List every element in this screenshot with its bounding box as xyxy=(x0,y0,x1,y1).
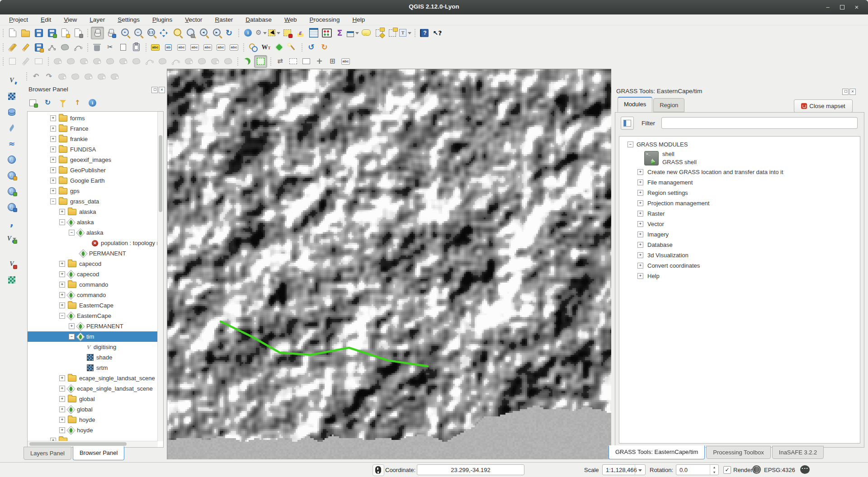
add-virtual-layer[interactable]: V xyxy=(6,258,18,270)
module-group-convert-coordinates[interactable]: +Convert coordinates xyxy=(619,260,860,271)
tree-item-forms[interactable]: +forms xyxy=(28,113,158,123)
tree-expander[interactable]: − xyxy=(59,313,65,319)
composer-manager[interactable] xyxy=(72,27,84,39)
zoom-full-extent[interactable] xyxy=(157,27,170,39)
tree-expander[interactable]: + xyxy=(59,406,65,412)
tree-expander[interactable]: + xyxy=(637,263,643,269)
tree-item-population-topology-r[interactable]: ✕population : topology r xyxy=(28,238,158,248)
menu-web[interactable]: Web xyxy=(278,15,303,24)
tree-expander[interactable]: + xyxy=(59,417,65,423)
new-bookmark[interactable] xyxy=(373,27,385,39)
messages-button[interactable] xyxy=(800,465,810,474)
menu-plugins[interactable]: Plugins xyxy=(146,15,179,24)
node-tool[interactable] xyxy=(72,42,84,53)
dock-float-icon[interactable] xyxy=(842,89,849,95)
menu-help[interactable]: Help xyxy=(346,15,371,24)
select-features-by-rectangle[interactable] xyxy=(268,27,280,39)
add-postgis-layer[interactable] xyxy=(6,106,18,118)
module-group-help[interactable]: +Help xyxy=(619,271,860,281)
tree-item-hoyde[interactable]: +hoyde xyxy=(28,415,158,425)
tree-expander[interactable]: + xyxy=(59,271,65,277)
tree-expander[interactable]: + xyxy=(50,126,56,132)
add-delimited-text-layer[interactable]: , xyxy=(6,217,18,229)
cut-features[interactable]: ✂ xyxy=(104,42,116,53)
module-group-file-management[interactable]: +File management xyxy=(619,177,860,188)
zoom-native-resolution[interactable]: 1:1 xyxy=(144,27,156,39)
tree-item-google-earth[interactable]: +Google Earth xyxy=(28,175,158,186)
tree-item-geoexif-images[interactable]: +geoexif_images xyxy=(28,155,158,165)
tree-expander[interactable]: + xyxy=(59,302,65,308)
plugin-layer-panel[interactable] xyxy=(6,274,18,286)
tree-expander[interactable]: + xyxy=(637,242,643,248)
open-project[interactable] xyxy=(19,27,32,39)
close-mapset-button[interactable]: Close mapset xyxy=(794,99,853,113)
tree-expander[interactable]: + xyxy=(50,157,56,163)
tab-layers-panel[interactable]: Layers Panel xyxy=(24,447,71,460)
zoom-in[interactable]: + xyxy=(118,27,130,39)
close-button[interactable] xyxy=(853,4,861,11)
tab-modules[interactable]: Modules xyxy=(618,97,652,112)
show-hide-pinned-labels[interactable]: abc xyxy=(189,42,201,53)
tree-expander[interactable]: + xyxy=(59,209,65,215)
tree-expander[interactable]: + xyxy=(637,252,643,258)
delete-ring[interactable] xyxy=(117,56,129,67)
tree-expander[interactable]: + xyxy=(59,386,65,392)
toggle-editing[interactable] xyxy=(19,42,32,53)
tree-item-grass-shell[interactable]: shell GRASS shell xyxy=(619,150,860,167)
coordinate-value[interactable]: 23.299,-34.192 xyxy=(417,464,524,475)
merge-attributes[interactable] xyxy=(209,56,221,67)
chevron-down-icon[interactable] xyxy=(635,465,645,475)
dock-close-icon[interactable] xyxy=(849,89,856,95)
deselect-features[interactable] xyxy=(281,27,293,39)
tree-expander[interactable]: + xyxy=(59,282,65,288)
dock-float-icon[interactable] xyxy=(151,87,158,93)
tab-processing-toolbox[interactable]: Processing Toolbox xyxy=(706,446,771,459)
delete-selected[interactable] xyxy=(91,42,103,53)
whats-this[interactable]: ↖? xyxy=(431,27,443,39)
tree-expander[interactable]: − xyxy=(59,219,65,225)
move-label[interactable]: abc xyxy=(202,42,214,53)
tree-expander[interactable]: + xyxy=(59,261,65,267)
grass-edit-region[interactable] xyxy=(254,55,267,68)
zoom-next[interactable]: ▸ xyxy=(210,27,222,39)
menu-edit[interactable]: Edit xyxy=(34,15,57,24)
split-parts[interactable] xyxy=(183,56,195,67)
save-project-as[interactable] xyxy=(46,27,58,39)
tree-item-shade[interactable]: shade xyxy=(28,352,158,363)
tree-item-capecod[interactable]: +capecod xyxy=(28,259,158,269)
open-attribute-table[interactable] xyxy=(307,27,320,39)
new-print-composer[interactable] xyxy=(59,27,71,39)
text-annotation[interactable]: T xyxy=(399,27,411,39)
pin-unpin-labels[interactable]: abc xyxy=(175,42,188,53)
fill-ring[interactable] xyxy=(104,56,116,67)
tree-expander[interactable]: + xyxy=(50,188,56,194)
tree-expander[interactable]: + xyxy=(59,427,65,433)
tree-expander[interactable]: + xyxy=(637,200,643,206)
menu-processing[interactable]: Processing xyxy=(303,15,346,24)
tree-item-frankie[interactable]: +frankie xyxy=(28,134,158,144)
save-layer-edits[interactable] xyxy=(33,42,45,53)
tree-item-grass-modules[interactable]: − GRASS MODULES xyxy=(619,139,860,150)
save-project[interactable] xyxy=(33,27,45,39)
tree-expander[interactable]: + xyxy=(637,179,643,185)
refresh-map[interactable]: ↻ xyxy=(223,27,235,39)
reshape-features[interactable] xyxy=(156,56,169,67)
tree-item-alaska[interactable]: −alaska xyxy=(28,217,158,227)
add-spatialite-layer[interactable] xyxy=(6,122,18,134)
menu-layer[interactable]: Layer xyxy=(83,15,111,24)
menu-raster[interactable]: Raster xyxy=(209,15,240,24)
tree-expander[interactable]: + xyxy=(50,136,56,142)
change-label[interactable]: abc xyxy=(228,42,240,53)
tree-expander[interactable]: + xyxy=(637,273,643,279)
measure-line[interactable] xyxy=(347,27,359,39)
menu-settings[interactable]: Settings xyxy=(111,15,146,24)
tree-item-easterncape[interactable]: −EasternCape xyxy=(28,311,158,321)
module-group-region-settings[interactable]: +Region settings xyxy=(619,188,860,198)
rotate-label[interactable]: abc xyxy=(215,42,227,53)
browser-vertical-scrollbar[interactable] xyxy=(157,112,163,441)
move-feature[interactable] xyxy=(59,42,71,53)
copy-features[interactable] xyxy=(117,42,129,53)
module-group-imagery[interactable]: +Imagery xyxy=(619,229,860,240)
tree-expander[interactable]: + xyxy=(637,211,643,217)
run-feature-action[interactable]: ⚙ xyxy=(255,27,267,39)
